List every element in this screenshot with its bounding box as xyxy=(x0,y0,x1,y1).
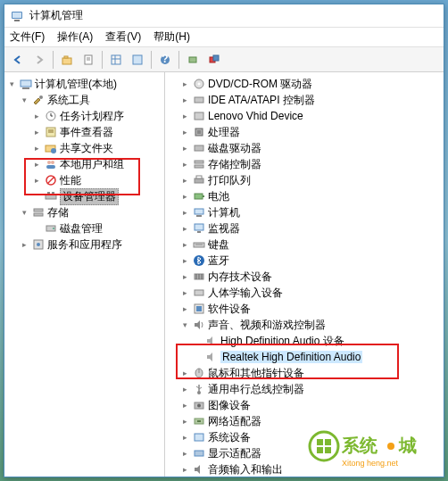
expander-icon[interactable]: ▸ xyxy=(19,239,29,250)
dev-keyboard[interactable]: ▸键盘 xyxy=(167,236,442,253)
expander-icon[interactable]: ▾ xyxy=(19,207,29,218)
expander-icon[interactable]: ▸ xyxy=(179,400,190,411)
expander-icon[interactable]: ▸ xyxy=(179,79,190,89)
nav-back-button[interactable] xyxy=(8,50,28,70)
tree-services[interactable]: ▸ 服务和应用程序 xyxy=(6,236,162,253)
dev-printq[interactable]: ▸打印队列 xyxy=(167,172,442,188)
dev-audioio[interactable]: ▸音频输入和输出 xyxy=(167,461,442,477)
expander-icon[interactable]: ▸ xyxy=(179,303,190,314)
dev-net[interactable]: ▸网络适配器 xyxy=(167,413,442,429)
expander-icon[interactable]: ▸ xyxy=(179,239,190,250)
users-icon xyxy=(44,157,58,171)
dev-storctrl[interactable]: ▸存储控制器 xyxy=(167,156,442,172)
dev-mouse[interactable]: ▸鼠标和其他指针设备 xyxy=(167,365,442,381)
dev-ide[interactable]: ▸IDE ATA/ATAPI 控制器 xyxy=(167,92,442,108)
dev-bt[interactable]: ▸蓝牙 xyxy=(167,253,442,269)
svg-rect-3 xyxy=(62,58,71,64)
expander-icon[interactable]: ▸ xyxy=(179,255,190,266)
expander-icon[interactable]: ▸ xyxy=(31,143,42,153)
tree-systools[interactable]: ▾ 系统工具 xyxy=(6,92,162,108)
bluetooth-icon xyxy=(192,253,206,268)
dev-monitor[interactable]: ▸监视器 xyxy=(167,220,442,236)
expander-icon[interactable]: ▸ xyxy=(31,175,42,186)
expander-icon[interactable]: ▸ xyxy=(179,207,190,218)
dev-software[interactable]: ▸软件设备 xyxy=(167,301,442,317)
app-icon xyxy=(10,9,24,23)
right-tree[interactable]: ▸DVD/CD-ROM 驱动器 ▸IDE ATA/ATAPI 控制器 ▸Leno… xyxy=(165,72,444,477)
tree-disk[interactable]: 磁盘管理 xyxy=(6,220,162,236)
expander-icon[interactable]: ▸ xyxy=(179,448,190,459)
expander-icon[interactable]: ▸ xyxy=(31,159,42,170)
tree-label: 共享文件夹 xyxy=(60,141,113,156)
title-bar[interactable]: 计算机管理 xyxy=(4,4,444,28)
expander-icon[interactable]: ▸ xyxy=(31,111,42,121)
refresh-button[interactable] xyxy=(204,50,224,70)
tree-shared[interactable]: ▸ 共享文件夹 xyxy=(6,140,162,156)
services-icon xyxy=(31,237,46,252)
scan-button[interactable] xyxy=(183,50,203,70)
dev-label: 键盘 xyxy=(208,237,229,253)
expander-icon[interactable]: ▸ xyxy=(179,127,190,137)
expander-icon[interactable]: ▸ xyxy=(179,191,190,202)
expander-icon[interactable]: ▸ xyxy=(179,223,190,234)
dev-dvd[interactable]: ▸DVD/CD-ROM 驱动器 xyxy=(167,76,442,92)
nav-fwd-button[interactable] xyxy=(29,50,49,70)
tree-perf[interactable]: ▸ 性能 xyxy=(6,172,162,188)
expander-icon[interactable]: ▸ xyxy=(179,464,190,475)
expander-icon[interactable]: ▸ xyxy=(179,111,190,121)
dev-imaging[interactable]: ▸图像设备 xyxy=(167,397,442,413)
dev-memtech[interactable]: ▸内存技术设备 xyxy=(167,269,442,285)
svg-rect-57 xyxy=(195,224,203,230)
expander-icon[interactable]: ▸ xyxy=(31,127,42,137)
tree-storage[interactable]: ▾ 存储 xyxy=(6,204,162,220)
expander-icon[interactable]: ▸ xyxy=(179,287,190,298)
tree-devmgr[interactable]: 设备管理器 xyxy=(6,188,162,204)
expander-icon[interactable]: ▾ xyxy=(19,95,29,105)
menu-action[interactable]: 操作(A) xyxy=(57,29,93,45)
expander-icon[interactable]: ▸ xyxy=(179,432,190,443)
tree-event[interactable]: ▸ 事件查看器 xyxy=(6,124,162,140)
dev-display[interactable]: ▸显示适配器 xyxy=(167,445,442,461)
expander-icon[interactable]: ▸ xyxy=(179,159,190,170)
menu-view[interactable]: 查看(V) xyxy=(105,29,141,45)
expander-icon[interactable]: ▾ xyxy=(6,79,17,89)
dev-hda[interactable]: High Definition Audio 设备 xyxy=(167,333,442,349)
expander-icon[interactable]: ▸ xyxy=(179,416,190,427)
toolbar: ? xyxy=(4,47,444,72)
up-button[interactable] xyxy=(57,50,77,70)
dev-label: 人体学输入设备 xyxy=(208,286,283,301)
dev-label: 通用串行总线控制器 xyxy=(208,382,304,397)
expander-icon[interactable]: ▾ xyxy=(179,319,190,330)
expander-icon[interactable]: ▸ xyxy=(179,384,190,394)
dev-cpu[interactable]: ▸处理器 xyxy=(167,124,442,140)
view2-button[interactable] xyxy=(128,50,147,70)
help-button[interactable]: ? xyxy=(155,50,175,70)
storage-ctrl-icon xyxy=(192,157,206,171)
expander-icon[interactable]: ▸ xyxy=(179,95,190,105)
tree-task[interactable]: ▸ 任务计划程序 xyxy=(6,108,162,124)
software-icon xyxy=(192,302,206,316)
expander-icon[interactable]: ▸ xyxy=(179,175,190,186)
menu-file[interactable]: 文件(F) xyxy=(10,29,45,45)
tree-users[interactable]: ▸ 本地用户和组 xyxy=(6,156,162,172)
dev-hid[interactable]: ▸人体学输入设备 xyxy=(167,285,442,301)
prop-button[interactable] xyxy=(79,50,98,70)
content-panes: ▾ 计算机管理(本地) ▾ 系统工具 ▸ 任务计划程序 ▸ 事件查看器 ▸ xyxy=(4,72,444,477)
tree-root[interactable]: ▾ 计算机管理(本地) xyxy=(6,76,162,92)
dev-realtek[interactable]: Realtek High Definition Audio xyxy=(167,349,442,365)
computer-icon xyxy=(192,205,206,220)
dev-sysdev[interactable]: ▸系统设备 xyxy=(167,429,442,445)
view1-button[interactable] xyxy=(106,50,126,70)
left-tree[interactable]: ▾ 计算机管理(本地) ▾ 系统工具 ▸ 任务计划程序 ▸ 事件查看器 ▸ xyxy=(4,72,165,477)
expander-icon[interactable]: ▸ xyxy=(179,271,190,282)
dvd-icon xyxy=(192,77,206,91)
dev-usb[interactable]: ▸通用串行总线控制器 xyxy=(167,381,442,397)
dev-sound[interactable]: ▾声音、视频和游戏控制器 xyxy=(167,317,442,333)
dev-computer[interactable]: ▸计算机 xyxy=(167,204,442,220)
dev-battery[interactable]: ▸电池 xyxy=(167,188,442,204)
dev-lenovo[interactable]: ▸Lenovo Vhid Device xyxy=(167,108,442,124)
dev-diskdrv[interactable]: ▸磁盘驱动器 xyxy=(167,140,442,156)
expander-icon[interactable]: ▸ xyxy=(179,143,190,153)
menu-help[interactable]: 帮助(H) xyxy=(153,29,190,45)
expander-icon[interactable]: ▸ xyxy=(179,368,190,378)
